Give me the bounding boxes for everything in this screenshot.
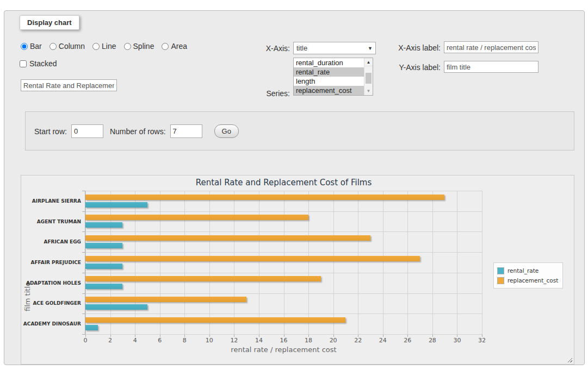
chart-x-axis-title: rental rate / replacement cost [85, 346, 482, 354]
x-tick-label: 0 [77, 337, 94, 344]
bar-replacement_cost [85, 297, 246, 302]
gridline [358, 191, 358, 334]
x-tick-mark [333, 335, 334, 337]
bar-rental_rate [85, 243, 122, 248]
category-label: ACADEMY DINOSAUR [21, 313, 81, 334]
scrollbar-thumb[interactable] [366, 73, 372, 84]
go-button[interactable]: Go [214, 124, 239, 138]
gridline [234, 191, 234, 334]
x-tick-mark [284, 335, 284, 337]
x-axis-label-input[interactable] [444, 41, 539, 53]
bar-replacement_cost [85, 276, 321, 281]
panel-legend: Display chart [20, 15, 79, 30]
x-tick-mark [209, 335, 210, 337]
x-axis-select-label: X-Axis: [227, 44, 290, 53]
resize-handle-icon[interactable] [566, 356, 572, 362]
y-tick-mark [82, 293, 85, 294]
bar-rental_rate [85, 284, 122, 289]
x-tick-label: 14 [251, 337, 267, 344]
gridline [85, 293, 482, 294]
display-chart-panel: Display chart Bar Column Line Spline Are… [4, 10, 585, 365]
scroll-down-icon[interactable]: ▼ [364, 87, 373, 95]
series-multiselect[interactable]: rental_duration rental_rate length repla… [293, 58, 373, 96]
x-tick-mark [383, 335, 383, 337]
chevron-down-icon: ▼ [368, 46, 373, 51]
radio-line-input[interactable] [92, 43, 100, 50]
gridline [184, 191, 185, 334]
series-scrollbar[interactable]: ▲ ▼ [364, 58, 373, 95]
y-tick-mark [82, 252, 85, 253]
radio-line-label: Line [102, 42, 116, 51]
x-tick-mark [482, 335, 482, 337]
y-tick-mark [82, 313, 85, 314]
x-tick-label: 32 [474, 337, 490, 344]
y-tick-mark [82, 231, 85, 232]
x-axis-select[interactable]: title ▼ [293, 42, 376, 54]
x-tick-mark [308, 335, 309, 337]
series-option-rental-duration[interactable]: rental_duration [294, 58, 364, 67]
num-rows-input[interactable] [170, 124, 202, 138]
x-tick-mark [407, 335, 408, 337]
radio-spline[interactable]: Spline [124, 42, 154, 51]
x-tick-mark [259, 335, 259, 337]
series-select-label: Series: [227, 89, 290, 98]
gridline [85, 313, 482, 314]
x-tick-label: 22 [350, 337, 366, 344]
y-axis-label-input[interactable] [444, 61, 539, 73]
series-options: rental_duration rental_rate length repla… [294, 58, 364, 95]
radio-area-input[interactable] [162, 43, 169, 50]
gridline [160, 191, 160, 334]
x-tick-mark [432, 335, 433, 337]
y-tick-mark [82, 211, 85, 212]
scroll-up-icon[interactable]: ▲ [364, 58, 373, 66]
gridline [135, 191, 135, 334]
radio-line[interactable]: Line [92, 42, 116, 51]
x-tick-label: 18 [300, 337, 317, 344]
chart-title-input[interactable] [21, 79, 117, 91]
bar-replacement_cost [85, 195, 444, 200]
x-tick-label: 2 [102, 337, 119, 344]
gridline [482, 191, 482, 334]
gridline [333, 191, 334, 334]
chart-legend: rental_ratereplacement_cost [493, 262, 563, 289]
stacked-checkbox-row[interactable]: Stacked [20, 59, 57, 68]
start-row-input[interactable] [71, 124, 103, 138]
gridline [85, 252, 482, 253]
radio-column-label: Column [59, 42, 85, 51]
series-option-length[interactable]: length [294, 77, 364, 86]
radio-bar-input[interactable] [21, 43, 28, 50]
y-tick-mark [82, 273, 85, 273]
x-tick-label: 6 [152, 337, 168, 344]
gridline [457, 191, 457, 334]
x-tick-label: 28 [424, 337, 441, 344]
legend-swatch [497, 267, 504, 274]
x-tick-mark [184, 335, 185, 337]
stacked-label: Stacked [29, 59, 57, 68]
gridline [308, 191, 309, 334]
bar-rental_rate [85, 202, 147, 208]
gridline [407, 191, 408, 334]
y-axis-label-label: Y-Axis label: [379, 63, 441, 72]
radio-bar[interactable]: Bar [21, 42, 42, 51]
x-tick-mark [135, 335, 135, 337]
x-tick-mark [234, 335, 234, 337]
gridline [383, 191, 383, 334]
x-axis-select-value: title [296, 44, 307, 52]
radio-spline-input[interactable] [124, 43, 131, 50]
gridline [209, 191, 210, 334]
chart-title: Rental Rate and Replacement Cost of Film… [85, 178, 482, 187]
radio-column[interactable]: Column [49, 42, 85, 51]
x-tick-label: 8 [176, 337, 193, 344]
gridline [432, 191, 433, 334]
radio-spline-label: Spline [133, 42, 154, 51]
y-tick-mark [82, 334, 85, 335]
radio-area[interactable]: Area [162, 42, 187, 51]
gridline [284, 191, 284, 334]
radio-column-input[interactable] [49, 43, 57, 50]
bar-replacement_cost [85, 256, 420, 261]
series-option-rental-rate[interactable]: rental_rate [294, 67, 364, 77]
series-option-replacement-cost[interactable]: replacement_cost [294, 86, 364, 95]
x-tick-label: 30 [449, 337, 465, 344]
category-label: ACE GOLDFINGER [21, 293, 81, 314]
stacked-checkbox[interactable] [20, 60, 27, 67]
